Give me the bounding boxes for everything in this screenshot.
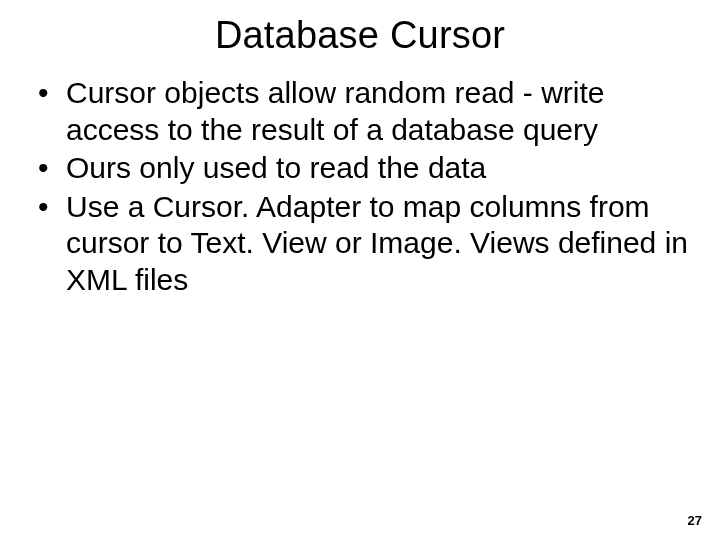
- bullet-item: Use a Cursor. Adapter to map columns fro…: [30, 189, 690, 299]
- page-number: 27: [688, 513, 702, 528]
- bullet-item: Cursor objects allow random read - write…: [30, 75, 690, 148]
- slide: Database Cursor Cursor objects allow ran…: [0, 0, 720, 540]
- bullet-list: Cursor objects allow random read - write…: [30, 75, 690, 299]
- slide-title: Database Cursor: [0, 0, 720, 67]
- slide-body: Cursor objects allow random read - write…: [0, 75, 720, 299]
- bullet-item: Ours only used to read the data: [30, 150, 690, 187]
